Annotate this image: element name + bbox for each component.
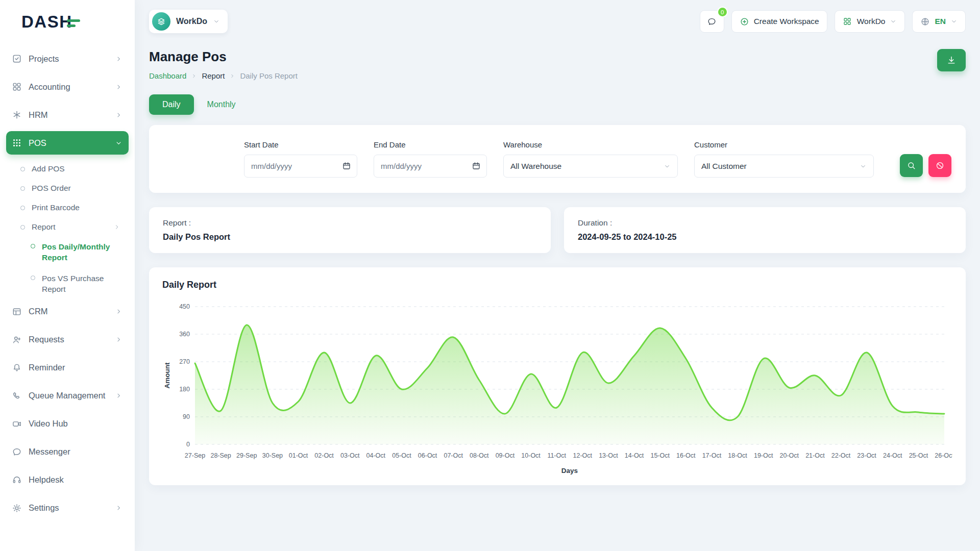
svg-text:23-Oct: 23-Oct (857, 452, 876, 459)
workspace-name: WorkDo (176, 17, 207, 26)
language-selector[interactable]: EN (912, 10, 966, 33)
workspace-menu-label: WorkDo (857, 17, 886, 26)
svg-text:03-Oct: 03-Oct (340, 452, 360, 459)
report-period-tabs: Daily Monthly (149, 94, 966, 115)
svg-text:30-Sep: 30-Sep (262, 452, 283, 459)
reset-icon (935, 161, 945, 170)
settings-icon (12, 503, 22, 513)
customer-select[interactable]: All Customer (694, 155, 874, 178)
warehouse-select[interactable]: All Warehouse (503, 155, 678, 178)
sidebar-item-crm[interactable]: CRM (6, 300, 129, 323)
sidebar-item-messenger[interactable]: Messenger (6, 440, 129, 464)
sidebar-item-helpdesk[interactable]: Helpdesk (6, 468, 129, 492)
sidebar-item-projects[interactable]: Projects (6, 47, 129, 70)
brand-logo-accent-icon (67, 19, 80, 27)
chevron-right-icon (229, 73, 235, 79)
workspace-switcher[interactable]: WorkDo (149, 10, 228, 33)
chevron-down-icon (890, 18, 897, 25)
breadcrumb-current: Daily Pos Report (240, 71, 298, 80)
sidebar-item-label: Video Hub (29, 419, 68, 429)
start-date-input[interactable] (244, 155, 357, 178)
sidebar-item-pos-daily-monthly-report[interactable]: Pos Daily/Monthly Report (6, 237, 129, 268)
chevron-right-icon (115, 504, 122, 512)
customer-selected-value: All Customer (701, 162, 747, 171)
create-workspace-button[interactable]: Create Workspace (731, 10, 827, 33)
chevron-down-icon (860, 163, 867, 170)
breadcrumb-report-link[interactable]: Report (202, 71, 225, 80)
brand-logo[interactable]: DASH (6, 0, 129, 44)
workspace-menu-button[interactable]: WorkDo (835, 10, 905, 33)
svg-text:08-Oct: 08-Oct (470, 452, 489, 459)
svg-text:29-Sep: 29-Sep (236, 452, 257, 459)
filter-actions (900, 154, 951, 177)
svg-text:07-Oct: 07-Oct (444, 452, 463, 459)
svg-text:06-Oct: 06-Oct (418, 452, 437, 459)
sidebar-item-hrm[interactable]: HRM (6, 103, 129, 127)
sidebar-item-video-hub[interactable]: Video Hub (6, 412, 129, 436)
chevron-right-icon (115, 336, 122, 343)
sidebar-item-pos-order[interactable]: POS Order (6, 179, 129, 198)
sidebar-item-settings[interactable]: Settings (6, 496, 129, 520)
search-button[interactable] (900, 154, 923, 177)
customer-label: Customer (694, 140, 874, 149)
chevron-right-icon (115, 308, 122, 315)
breadcrumb-dashboard-link[interactable]: Dashboard (149, 71, 186, 80)
chevron-right-icon (115, 392, 122, 399)
bullet-icon (20, 167, 25, 171)
sidebar-item-label: Print Barcode (32, 203, 80, 212)
sidebar-item-requests[interactable]: Requests (6, 328, 129, 352)
sidebar-item-add-pos[interactable]: Add POS (6, 159, 129, 179)
svg-text:14-Oct: 14-Oct (625, 452, 644, 459)
chevron-right-icon (115, 55, 122, 63)
warehouse-field: Warehouse All Warehouse (503, 140, 678, 178)
chevron-right-icon (115, 111, 122, 119)
reset-filters-button[interactable] (928, 154, 951, 177)
workspace-avatar (152, 12, 170, 31)
pos-icon (12, 138, 22, 148)
chevron-down-icon (115, 139, 122, 147)
sidebar-item-label: Accounting (29, 82, 70, 92)
sidebar-item-queue-management[interactable]: Queue Management (6, 384, 129, 408)
messages-button[interactable]: 0 (700, 10, 724, 33)
end-date-input[interactable] (374, 155, 487, 178)
sidebar-item-pos-vs-purchase-report[interactable]: Pos VS Purchase Report (6, 268, 129, 300)
sidebar-item-accounting[interactable]: Accounting (6, 75, 129, 98)
tab-daily[interactable]: Daily (149, 94, 194, 115)
video-hub-icon (12, 419, 22, 429)
sidebar-item-print-barcode[interactable]: Print Barcode (6, 198, 129, 217)
projects-icon (12, 54, 22, 64)
crm-icon (12, 307, 22, 317)
svg-text:27-Sep: 27-Sep (185, 452, 205, 459)
svg-text:22-Oct: 22-Oct (831, 452, 851, 459)
svg-text:Days: Days (561, 467, 578, 474)
page-title: Manage Pos (149, 49, 298, 65)
sidebar-item-pos[interactable]: POS (6, 131, 129, 155)
bullet-icon (20, 206, 25, 210)
report-value: Daily Pos Report (163, 232, 537, 242)
daily-report-card: Daily Report 09018027036045027-Sep28-Sep… (149, 267, 966, 485)
sidebar-item-report[interactable]: Report (6, 217, 129, 237)
download-report-button[interactable] (937, 49, 966, 71)
messages-badge: 0 (717, 7, 728, 17)
sidebar-item-label: Settings (29, 503, 59, 513)
chevron-down-icon (213, 18, 220, 25)
duration-label: Duration : (578, 218, 952, 228)
sidebar-item-reminder[interactable]: Reminder (6, 356, 129, 380)
create-workspace-label: Create Workspace (754, 17, 819, 26)
svg-text:270: 270 (179, 358, 190, 365)
warehouse-label: Warehouse (503, 140, 678, 149)
globe-icon (920, 17, 930, 27)
filter-fields: Start Date End Date (244, 140, 874, 178)
tab-monthly[interactable]: Monthly (199, 94, 244, 115)
svg-text:16-Oct: 16-Oct (676, 452, 696, 459)
chevron-right-icon (113, 223, 120, 231)
svg-text:04-Oct: 04-Oct (366, 452, 386, 459)
svg-text:21-Oct: 21-Oct (805, 452, 825, 459)
duration-value: 2024-09-25 to 2024-10-25 (578, 232, 952, 242)
svg-text:09-Oct: 09-Oct (496, 452, 515, 459)
report-summary-card: Report : Daily Pos Report (149, 207, 551, 253)
svg-text:28-Sep: 28-Sep (210, 452, 231, 459)
chevron-right-icon (191, 73, 197, 79)
svg-text:11-Oct: 11-Oct (547, 452, 566, 459)
bullet-icon (20, 186, 25, 191)
